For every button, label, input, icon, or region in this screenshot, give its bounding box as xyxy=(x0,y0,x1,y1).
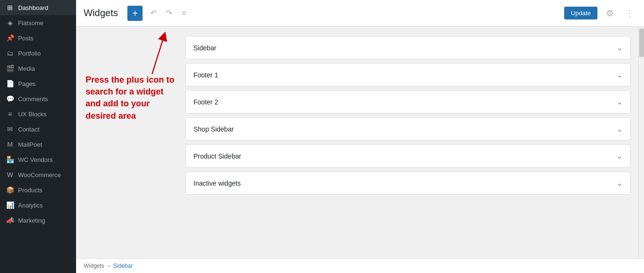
svg-line-0 xyxy=(152,36,164,74)
widget-label-inactive-widgets: Inactive widgets xyxy=(193,179,241,187)
more-options-button[interactable]: ⋮ xyxy=(622,6,636,20)
widget-item-shop-sidebar[interactable]: Shop Sidebar ⌄ xyxy=(185,117,631,141)
sidebar-icon-dashboard: ⊞ xyxy=(6,4,14,11)
content-area: Press the plus icon to search for a widg… xyxy=(76,27,644,258)
sidebar-label-marketing: Marketing xyxy=(18,217,45,224)
undo-button[interactable]: ↶ xyxy=(148,7,158,19)
sidebar-icon-comments: 💬 xyxy=(6,95,14,103)
sidebar-label-posts: Posts xyxy=(18,35,34,42)
widget-item-product-sidebar[interactable]: Product Sidebar ⌄ xyxy=(185,144,631,168)
sidebar-label-media: Media xyxy=(18,65,35,72)
sidebar-icon-posts: 📌 xyxy=(6,34,14,42)
sidebar-item-pages[interactable]: 📄Pages xyxy=(0,76,76,91)
sidebar-label-comments: Comments xyxy=(18,95,48,103)
settings-button[interactable]: ⚙ xyxy=(603,6,616,20)
widget-label-sidebar: Sidebar xyxy=(193,44,216,52)
breadcrumb-widgets: Widgets xyxy=(84,263,104,269)
list-view-button[interactable]: ≡ xyxy=(180,7,188,19)
sidebar-label-woocommerce: WooCommerce xyxy=(18,171,61,179)
breadcrumb-separator: → xyxy=(106,263,113,269)
sidebar-item-wc-vendors[interactable]: 🏪WC Vendors xyxy=(0,152,76,167)
sidebar-icon-marketing: 📣 xyxy=(6,217,14,224)
widget-label-product-sidebar: Product Sidebar xyxy=(193,152,241,160)
widget-chevron-footer1: ⌄ xyxy=(616,70,623,79)
sidebar-item-products[interactable]: 📦Products xyxy=(0,182,76,198)
sidebar-item-contact[interactable]: ✉Contact xyxy=(0,122,76,137)
scrollbar-track[interactable] xyxy=(638,27,644,258)
sidebar-item-ux-blocks[interactable]: ≡UX Blocks xyxy=(0,106,76,122)
sidebar-item-marketing[interactable]: 📣Marketing xyxy=(0,213,76,228)
widget-item-footer1[interactable]: Footer 1 ⌄ xyxy=(185,63,631,86)
sidebar-icon-pages: 📄 xyxy=(6,80,14,87)
sidebar-item-analytics[interactable]: 📊Analytics xyxy=(0,198,76,213)
sidebar-label-analytics: Analytics xyxy=(18,202,43,209)
sidebar-label-products: Products xyxy=(18,187,42,194)
sidebar-label-pages: Pages xyxy=(18,80,36,87)
sidebar-item-comments[interactable]: 💬Comments xyxy=(0,91,76,106)
sidebar-label-flatsome: Flatsome xyxy=(18,19,43,27)
widget-label-shop-sidebar: Shop Sidebar xyxy=(193,125,234,133)
topbar: Widgets + ↶ ↷ ≡ Update ⚙ ⋮ xyxy=(76,0,644,27)
sidebar-label-portfolio: Portfolio xyxy=(18,50,41,57)
sidebar-item-portfolio[interactable]: 🗂Portfolio xyxy=(0,46,76,61)
widget-item-sidebar[interactable]: Sidebar ⌄ xyxy=(185,36,631,59)
sidebar-item-woocommerce[interactable]: WWooCommerce xyxy=(0,167,76,182)
breadcrumb-bar: Widgets → Sidebar xyxy=(76,258,644,273)
sidebar-icon-contact: ✉ xyxy=(6,125,14,133)
sidebar-icon-mailpoet: M xyxy=(6,141,14,148)
sidebar-icon-products: 📦 xyxy=(6,186,14,194)
sidebar: ⊞Dashboard◈Flatsome📌Posts🗂Portfolio🎬Medi… xyxy=(0,0,76,273)
sidebar-item-dashboard[interactable]: ⊞Dashboard xyxy=(0,0,76,15)
widget-chevron-footer2: ⌄ xyxy=(616,97,623,106)
widget-item-footer2[interactable]: Footer 2 ⌄ xyxy=(185,90,631,113)
sidebar-label-mailpoet: MailPoet xyxy=(18,141,42,148)
sidebar-icon-woocommerce: W xyxy=(6,171,14,179)
sidebar-item-mailpoet[interactable]: MMailPoet xyxy=(0,137,76,152)
annotation-area: Press the plus icon to search for a widg… xyxy=(76,27,185,258)
widget-chevron-product-sidebar: ⌄ xyxy=(616,151,623,160)
sidebar-item-posts[interactable]: 📌Posts xyxy=(0,30,76,46)
sidebar-icon-flatsome: ◈ xyxy=(6,19,14,27)
arrow-annotation xyxy=(124,31,171,79)
widget-label-footer2: Footer 2 xyxy=(193,98,218,106)
widget-chevron-shop-sidebar: ⌄ xyxy=(616,124,623,133)
redo-button[interactable]: ↷ xyxy=(164,7,174,19)
annotation-text: Press the plus icon to search for a widg… xyxy=(86,74,181,122)
sidebar-icon-analytics: 📊 xyxy=(6,201,14,209)
sidebar-label-ux-blocks: UX Blocks xyxy=(18,111,47,118)
breadcrumb-sidebar[interactable]: Sidebar xyxy=(113,263,133,269)
update-button[interactable]: Update xyxy=(564,7,597,19)
sidebar-icon-portfolio: 🗂 xyxy=(6,49,14,57)
sidebar-label-contact: Contact xyxy=(18,126,39,133)
sidebar-label-wc-vendors: WC Vendors xyxy=(18,156,53,163)
widget-chevron-sidebar: ⌄ xyxy=(616,43,623,52)
widget-label-footer1: Footer 1 xyxy=(193,71,218,79)
sidebar-icon-wc-vendors: 🏪 xyxy=(6,156,14,163)
add-widget-button[interactable]: + xyxy=(127,6,143,21)
widget-chevron-inactive-widgets: ⌄ xyxy=(616,179,623,188)
widget-list: Sidebar ⌄ Footer 1 ⌄ Footer 2 ⌄ Shop Sid… xyxy=(185,27,638,258)
sidebar-icon-ux-blocks: ≡ xyxy=(6,110,14,118)
sidebar-item-media[interactable]: 🎬Media xyxy=(0,61,76,76)
sidebar-icon-media: 🎬 xyxy=(6,65,14,72)
widget-item-inactive-widgets[interactable]: Inactive widgets ⌄ xyxy=(185,171,631,195)
sidebar-label-dashboard: Dashboard xyxy=(18,4,48,11)
sidebar-item-flatsome[interactable]: ◈Flatsome xyxy=(0,15,76,30)
page-title: Widgets xyxy=(84,8,118,19)
main-content: Widgets + ↶ ↷ ≡ Update ⚙ ⋮ Press the plu… xyxy=(76,0,644,273)
scrollbar-thumb[interactable] xyxy=(639,28,644,57)
